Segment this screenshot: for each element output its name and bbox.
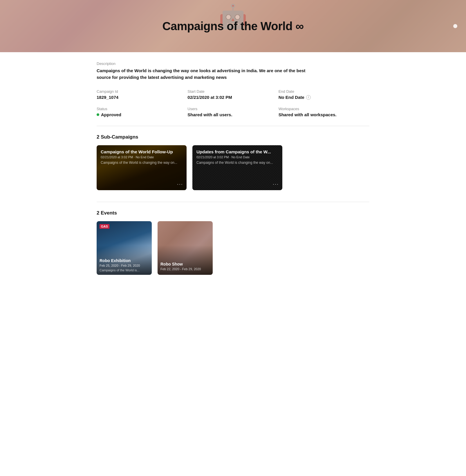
events-section-title: 2 Events (97, 210, 369, 216)
status-label: Status (97, 107, 187, 111)
status-indicator-dot (97, 113, 99, 116)
sub-campaign-card-2-date: 02/21/2020 at 3:02 PM · No End Date (196, 155, 278, 159)
sub-campaign-card-1-title: Campaigns of the World Follow-Up (101, 149, 183, 154)
start-date-field: Start Date 02/21/2020 at 3:02 PM (187, 89, 278, 100)
start-date-label: Start Date (187, 89, 278, 94)
event-card-1-desc: Campaigns of the World is... (100, 268, 149, 272)
users-field: Users Shared with all users. (187, 107, 278, 117)
event-card-2[interactable]: Robo Show Feb 22, 2020 - Feb 29, 2020 (158, 221, 213, 275)
workspaces-field: Workspaces Shared with all workspaces. (279, 107, 369, 117)
description-text: Campaigns of the World is changing the w… (97, 68, 306, 81)
sub-campaigns-section-title: 2 Sub-Campaigns (97, 134, 369, 140)
end-date-field: End Date No End Date i (279, 89, 369, 100)
divider-2 (97, 202, 369, 202)
sub-campaign-card-2[interactable]: Updates from Campaigns of the W... 02/21… (192, 145, 282, 190)
users-value: Shared with all users. (187, 112, 278, 117)
event-card-1-title: Robo Exhibition (100, 258, 149, 263)
hero-banner: 🤖 Campaigns of the World ∞ (0, 0, 466, 52)
end-date-value: No End Date i (279, 95, 369, 100)
event-card-2-title: Robo Show (160, 262, 210, 266)
description-label: Description (97, 61, 369, 66)
campaign-id-value: 1829_1074 (97, 95, 187, 100)
event-card-2-date: Feb 22, 2020 - Feb 29, 2020 (160, 267, 210, 271)
main-content: Description Campaigns of the World is ch… (79, 52, 387, 286)
campaign-id-label: Campaign Id (97, 89, 187, 94)
sub-campaign-card-2-desc: Campaigns of the World is changing the w… (196, 161, 278, 165)
event-card-1-gas-badge: GAS (100, 224, 109, 229)
sub-campaign-card-1[interactable]: Campaigns of the World Follow-Up 02/21/2… (97, 145, 187, 190)
workspaces-label: Workspaces (279, 107, 369, 111)
status-field: Status Approved (97, 107, 187, 117)
sub-campaign-card-2-menu-dots[interactable]: ··· (273, 181, 279, 187)
meta-grid: Campaign Id 1829_1074 Start Date 02/21/2… (97, 89, 369, 117)
start-date-value: 02/21/2020 at 3:02 PM (187, 95, 278, 100)
sub-campaign-card-2-title: Updates from Campaigns of the W... (196, 149, 278, 154)
sub-campaigns-list: Campaigns of the World Follow-Up 02/21/2… (97, 145, 369, 190)
end-date-label: End Date (279, 89, 369, 94)
sub-campaign-card-1-desc: Campaigns of the World is changing the w… (101, 161, 183, 165)
event-card-1-content: Robo Exhibition Feb 25, 2020 - Feb 29, 2… (97, 221, 152, 275)
event-card-1-date: Feb 25, 2020 - Feb 29, 2020 (100, 264, 149, 267)
sub-campaign-card-1-content: Campaigns of the World Follow-Up 02/21/2… (97, 145, 187, 190)
campaign-id-field: Campaign Id 1829_1074 (97, 89, 187, 100)
event-card-2-content: Robo Show Feb 22, 2020 - Feb 29, 2020 (158, 221, 213, 275)
sub-campaign-card-1-date: 02/21/2020 at 3:02 PM · No End Date (101, 155, 183, 159)
end-date-info-icon[interactable]: i (306, 95, 311, 100)
workspaces-value: Shared with all workspaces. (279, 112, 369, 117)
sub-campaign-card-2-content: Updates from Campaigns of the W... 02/21… (192, 145, 282, 190)
hero-indicator-dot (453, 24, 457, 28)
events-list: GAS Robo Exhibition Feb 25, 2020 - Feb 2… (97, 221, 369, 275)
divider-1 (97, 126, 369, 126)
status-value: Approved (97, 112, 187, 117)
page-title: Campaigns of the World ∞ (162, 20, 304, 33)
users-label: Users (187, 107, 278, 111)
sub-campaign-card-1-menu-dots[interactable]: ··· (177, 181, 183, 187)
event-card-1[interactable]: GAS Robo Exhibition Feb 25, 2020 - Feb 2… (97, 221, 152, 275)
